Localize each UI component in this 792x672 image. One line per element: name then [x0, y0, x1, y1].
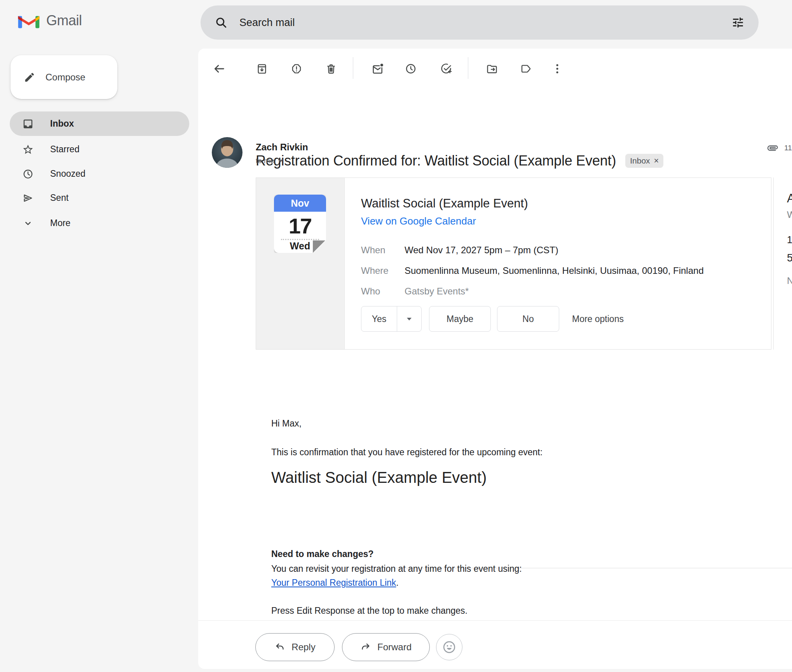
- search-input[interactable]: [239, 17, 731, 29]
- agenda-partial-text: A: [787, 192, 792, 205]
- registration-link-line: Your Personal Registration Link.: [271, 578, 399, 588]
- forward-button[interactable]: Forward: [342, 633, 430, 661]
- sender-name[interactable]: Zach Rivkin: [256, 142, 308, 153]
- body-event-title: Waitlist Social (Example Event): [271, 469, 487, 486]
- sidebar-item-inbox[interactable]: Inbox: [10, 111, 189, 136]
- gmail-logo[interactable]: Gmail: [17, 12, 82, 29]
- agenda-partial-text: N: [787, 275, 792, 286]
- who-label: Who: [361, 286, 405, 297]
- who-value: Gatsby Events*: [405, 286, 469, 297]
- sidebar-item-label: Starred: [50, 144, 79, 155]
- edit-response-note: Press Edit Response at the top to make c…: [271, 606, 468, 616]
- invite-event-title: Waitlist Social (Example Event): [361, 197, 528, 211]
- sidebar-item-label: More: [50, 218, 70, 228]
- label-button[interactable]: [519, 62, 532, 75]
- sidebar-item-label: Snoozed: [50, 169, 85, 179]
- chevron-down-icon: [22, 218, 34, 229]
- reply-arrow-icon: [274, 642, 285, 653]
- toolbar-divider: [353, 57, 353, 79]
- sidebar-item-label: Inbox: [50, 118, 74, 129]
- sidebar-item-snoozed[interactable]: Snoozed: [10, 162, 189, 186]
- recipient-label: to me: [256, 157, 274, 165]
- email-pane: Registration Confirmed for: Waitlist Soc…: [198, 49, 792, 669]
- inbox-label-text: Inbox: [630, 156, 650, 165]
- invite-date-cell: Nov 17 Wed: [256, 178, 345, 349]
- archive-button[interactable]: [255, 62, 269, 75]
- sender-avatar[interactable]: [212, 137, 242, 168]
- email-subject: Registration Confirmed for: Waitlist Soc…: [256, 153, 616, 169]
- rsvp-yes-dropdown[interactable]: [397, 306, 421, 331]
- date-day: 17: [274, 213, 326, 239]
- link-period: .: [396, 578, 398, 588]
- body-greeting: Hi Max,: [271, 418, 302, 429]
- remove-label-icon[interactable]: ×: [654, 156, 659, 166]
- reply-button[interactable]: Reply: [255, 633, 335, 661]
- emoji-reaction-button[interactable]: [436, 634, 462, 660]
- invite-where-row: Where Suomenlinna Museum, Suomenlinna, H…: [361, 265, 704, 276]
- move-to-button[interactable]: [485, 62, 499, 75]
- rsvp-yes-button[interactable]: Yes: [361, 306, 397, 331]
- rsvp-caret-icon: [407, 318, 412, 320]
- reply-label: Reply: [291, 642, 315, 653]
- agenda-partial-text: W: [787, 209, 792, 220]
- changes-heading: Need to make changes?: [271, 549, 373, 559]
- agenda-partial-text: 5: [787, 252, 792, 264]
- search-icon[interactable]: [215, 16, 228, 29]
- personal-registration-link[interactable]: Your Personal Registration Link: [271, 578, 396, 588]
- sidebar-item-more[interactable]: More: [10, 211, 189, 235]
- star-icon: [22, 144, 34, 155]
- changes-text: You can revisit your registration at any…: [271, 564, 522, 574]
- view-on-google-calendar-link[interactable]: View on Google Calendar: [361, 215, 476, 227]
- compose-button[interactable]: Compose: [10, 55, 117, 99]
- forward-arrow-icon: [360, 642, 371, 653]
- attachment-icon: [766, 142, 779, 154]
- rsvp-no-button[interactable]: No: [497, 306, 559, 332]
- delete-button[interactable]: [324, 62, 338, 75]
- report-spam-button[interactable]: [290, 62, 303, 75]
- inbox-icon: [22, 118, 34, 130]
- invite-when-row: When Wed Nov 17, 2027 5pm – 7pm (CST): [361, 245, 558, 256]
- agenda-partial-text: 1: [787, 234, 792, 245]
- body-confirmation-line: This is confirmation that you have regis…: [271, 447, 543, 458]
- date-chip-fold: [313, 240, 325, 253]
- invite-who-row: Who Gatsby Events*: [361, 286, 469, 297]
- email-timestamp: 11: [784, 144, 792, 152]
- inbox-label-chip[interactable]: Inbox ×: [625, 154, 663, 168]
- date-divider: [281, 239, 319, 240]
- gmail-wordmark: Gmail: [46, 12, 82, 29]
- search-options-icon[interactable]: [731, 16, 745, 29]
- sidebar-item-label: Sent: [50, 193, 68, 203]
- recipient-dropdown[interactable]: to me: [256, 157, 283, 165]
- rsvp-maybe-button[interactable]: Maybe: [429, 306, 491, 332]
- sidebar-item-sent[interactable]: Sent: [10, 186, 189, 210]
- smiley-icon: [441, 639, 457, 655]
- date-month: Nov: [274, 195, 326, 212]
- compose-label: Compose: [45, 72, 85, 83]
- where-value: Suomenlinna Museum, Suomenlinna, Helsink…: [405, 265, 704, 276]
- compose-pencil-icon: [24, 71, 35, 83]
- gmail-app: Gmail Compose Inbox: [0, 0, 792, 672]
- recipient-caret-icon: [278, 160, 283, 162]
- send-icon: [22, 192, 34, 204]
- forward-label: Forward: [377, 642, 412, 653]
- when-value: Wed Nov 17, 2027 5pm – 7pm (CST): [405, 245, 558, 256]
- gmail-m-icon: [17, 12, 40, 29]
- clock-icon: [22, 168, 34, 180]
- rsvp-yes-split-button: Yes: [361, 306, 422, 332]
- mark-unread-button[interactable]: [371, 62, 384, 75]
- where-label: Where: [361, 265, 405, 276]
- more-options-link[interactable]: More options: [572, 306, 624, 332]
- agenda-panel-clipped: A W 1 5 N: [773, 178, 792, 350]
- footer-divider: [198, 620, 792, 621]
- snooze-button[interactable]: [404, 62, 417, 75]
- sidebar-item-starred[interactable]: Starred: [10, 137, 189, 162]
- back-button[interactable]: [213, 62, 226, 75]
- when-label: When: [361, 245, 405, 256]
- calendar-invite-card: Nov 17 Wed Waitlist Social (Example Even…: [256, 178, 771, 350]
- add-to-tasks-button[interactable]: [440, 62, 453, 75]
- search-bar[interactable]: [201, 5, 759, 40]
- toolbar-divider: [468, 57, 468, 79]
- more-actions-icon[interactable]: [551, 62, 564, 75]
